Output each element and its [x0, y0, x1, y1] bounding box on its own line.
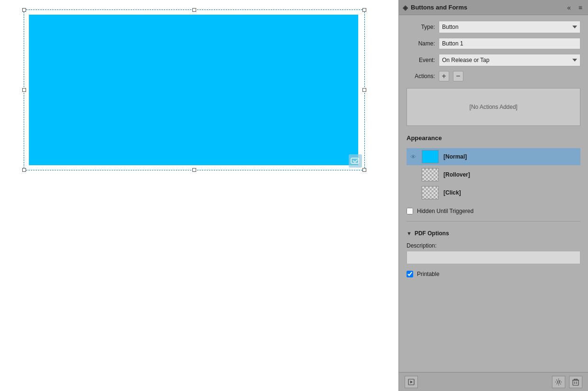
- settings-icon: [555, 378, 562, 386]
- button-type-icon: [349, 154, 362, 168]
- settings-button[interactable]: [552, 376, 565, 388]
- footer-right-buttons: [552, 376, 582, 388]
- panel-title-text: Buttons and Forms: [411, 4, 467, 11]
- hidden-until-triggered-label[interactable]: Hidden Until Triggered: [417, 208, 473, 214]
- actions-list: [No Actions Added]: [407, 88, 580, 126]
- printable-row: Printable: [407, 271, 580, 277]
- panel-title-group: ◈ Buttons and Forms: [403, 4, 467, 11]
- event-row: Event: On Release or TapOn PressOn Focus…: [407, 54, 580, 66]
- appearance-click-label: [Click]: [443, 189, 461, 196]
- event-select[interactable]: On Release or TapOn PressOn FocusOn Blur: [439, 54, 580, 66]
- no-actions-text: [No Actions Added]: [470, 104, 517, 110]
- appearance-normal-item[interactable]: 👁 [Normal]: [407, 148, 580, 165]
- description-label: Description:: [407, 242, 580, 249]
- preview-button[interactable]: [405, 376, 418, 388]
- pdf-options-label: PDF Options: [415, 230, 449, 237]
- svg-rect-4: [573, 380, 579, 385]
- canvas-content: [24, 9, 365, 170]
- selection-box[interactable]: [24, 9, 365, 170]
- handle-bottom-left[interactable]: [22, 168, 26, 172]
- appearance-rollover-label: [Rollover]: [443, 171, 470, 178]
- panel-menu-button[interactable]: ≡: [577, 3, 584, 12]
- delete-button[interactable]: [569, 376, 582, 388]
- type-row: Type: ButtonCheck BoxRadio ButtonList Bo…: [407, 21, 580, 33]
- handle-bottom-center[interactable]: [192, 168, 196, 172]
- appearance-thumb-rollover: [422, 168, 439, 181]
- add-action-button[interactable]: +: [439, 71, 449, 81]
- footer-left-buttons: [405, 376, 418, 388]
- panel-controls: « ≡: [565, 3, 584, 12]
- name-input[interactable]: [439, 38, 580, 49]
- panel-collapse-button[interactable]: «: [565, 3, 573, 12]
- handle-bottom-right[interactable]: [362, 168, 366, 172]
- appearance-thumb-normal: [422, 150, 439, 163]
- svg-point-3: [558, 381, 560, 383]
- type-select[interactable]: ButtonCheck BoxRadio ButtonList BoxCombo…: [439, 21, 580, 33]
- appearance-list: 👁 [Normal] 👁 [Rollover] 👁 [Click]: [407, 148, 580, 201]
- handle-top-right[interactable]: [362, 8, 366, 12]
- buttons-and-forms-panel: ◈ Buttons and Forms « ≡ Type: ButtonChec…: [398, 0, 588, 391]
- description-section: Description:: [407, 242, 580, 264]
- printable-label[interactable]: Printable: [417, 271, 439, 277]
- event-label: Event:: [407, 57, 435, 63]
- type-label: Type:: [407, 24, 435, 30]
- panel-title-icon: ◈: [403, 4, 408, 11]
- hidden-until-triggered-row: Hidden Until Triggered: [407, 208, 580, 214]
- appearance-click-item[interactable]: 👁 [Click]: [407, 184, 580, 201]
- svg-marker-2: [410, 381, 413, 383]
- description-input[interactable]: [407, 251, 580, 264]
- handle-top-left[interactable]: [22, 8, 26, 12]
- pdf-options-header[interactable]: ▼ PDF Options: [407, 230, 580, 237]
- handle-middle-left[interactable]: [22, 88, 26, 92]
- canvas-area: [0, 0, 398, 391]
- divider-1: [407, 221, 580, 222]
- appearance-section-label: Appearance: [407, 134, 580, 142]
- eye-icon-click: 👁: [409, 189, 417, 196]
- handle-middle-right[interactable]: [362, 88, 366, 92]
- panel-footer: [399, 372, 588, 391]
- appearance-normal-label: [Normal]: [443, 153, 467, 160]
- appearance-thumb-click: [422, 186, 439, 199]
- panel-titlebar: ◈ Buttons and Forms « ≡: [399, 0, 588, 15]
- hidden-until-triggered-checkbox[interactable]: [407, 208, 413, 214]
- delete-icon: [572, 378, 579, 386]
- actions-label: Actions:: [407, 73, 435, 80]
- remove-action-button[interactable]: −: [453, 71, 463, 81]
- button-element[interactable]: [29, 15, 358, 165]
- name-row: Name:: [407, 38, 580, 49]
- eye-icon-rollover: 👁: [409, 171, 417, 178]
- printable-checkbox[interactable]: [407, 271, 413, 277]
- eye-icon-normal: 👁: [409, 153, 417, 160]
- pdf-options-chevron-icon: ▼: [407, 231, 412, 236]
- panel-body: Type: ButtonCheck BoxRadio ButtonList Bo…: [399, 15, 588, 372]
- name-label: Name:: [407, 40, 435, 47]
- appearance-rollover-item[interactable]: 👁 [Rollover]: [407, 166, 580, 183]
- preview-icon: [408, 379, 415, 385]
- handle-top-center[interactable]: [192, 8, 196, 12]
- actions-row: Actions: + −: [407, 71, 580, 81]
